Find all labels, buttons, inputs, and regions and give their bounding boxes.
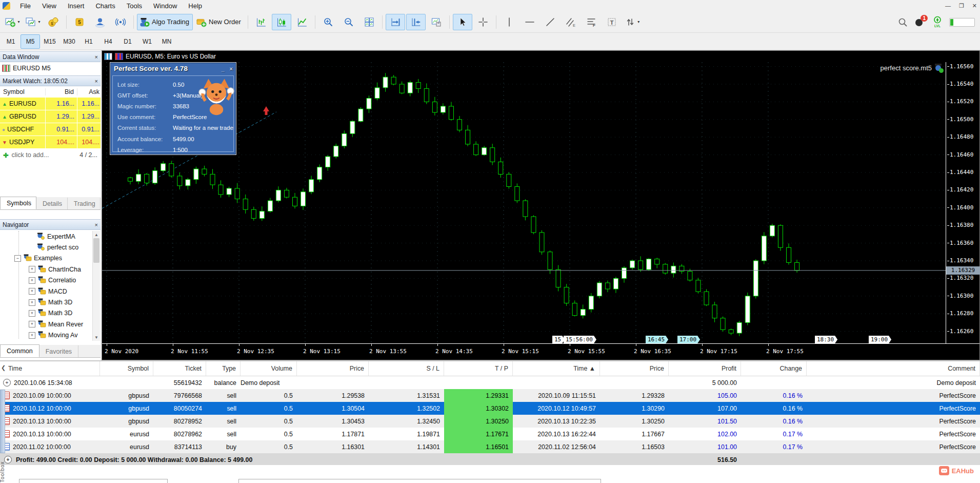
- expand-icon[interactable]: +: [29, 288, 35, 295]
- tile-windows-button[interactable]: [359, 14, 379, 30]
- menu-charts[interactable]: Charts: [90, 2, 121, 10]
- navigator-item-math-3d[interactable]: +Math 3D: [0, 308, 101, 319]
- panel-grip[interactable]: [0, 390, 5, 453]
- expand-icon[interactable]: +: [29, 266, 35, 273]
- new-order-button[interactable]: New Order: [194, 14, 245, 30]
- history-row-83714113[interactable]: 2020.11.02 10:00:00eurusd83714113buy0.51…: [0, 440, 980, 453]
- chevron-down-icon[interactable]: ▾: [637, 20, 639, 24]
- level-icon[interactable]: LVL: [932, 16, 943, 28]
- auto-scroll-button[interactable]: [386, 14, 405, 30]
- timeframe-m5[interactable]: M5: [21, 34, 40, 49]
- expand-icon[interactable]: +: [29, 310, 35, 317]
- history-row-80278952[interactable]: 2020.10.13 10:00:00gbpusd80278952sell0.5…: [0, 415, 980, 428]
- navigator-item-expertma[interactable]: ExpertMA: [0, 231, 101, 242]
- tab-details[interactable]: Details: [36, 198, 68, 209]
- data-window-symbol-row[interactable]: EURUSD M5: [0, 62, 101, 74]
- templates-button[interactable]: [427, 14, 446, 30]
- timeframe-mn[interactable]: MN: [157, 34, 176, 49]
- zoom-in-button[interactable]: [318, 14, 338, 30]
- scrollbar-thumb[interactable]: [93, 238, 99, 263]
- navigator-item-examples[interactable]: −Examples: [0, 253, 101, 264]
- column-header-tp[interactable]: T / P: [444, 361, 513, 376]
- close-icon[interactable]: ×: [95, 78, 98, 84]
- notifications-icon[interactable]: 1: [914, 16, 926, 28]
- toolbox-vertical-tab[interactable]: Toolbox: [0, 462, 7, 482]
- zoom-out-button[interactable]: [339, 14, 358, 30]
- market-watch-row-eurusd[interactable]: ▲EURUSD1.16...1.16...: [0, 98, 101, 110]
- vertical-line-button[interactable]: [499, 14, 519, 30]
- channel-button[interactable]: E: [561, 14, 581, 30]
- line-chart-button[interactable]: [292, 14, 312, 30]
- arrows-button[interactable]: ▾: [623, 14, 642, 30]
- market-watch-row-gbpusd[interactable]: ▲GBPUSD1.29...1.29...: [0, 110, 101, 123]
- timeframe-h4[interactable]: H4: [98, 34, 118, 49]
- time-axis[interactable]: 2 Nov 20202 Nov 11:552 Nov 12:352 Nov 13…: [102, 343, 979, 360]
- column-header-type[interactable]: Type: [206, 361, 241, 376]
- menu-insert[interactable]: Insert: [62, 2, 90, 10]
- navigator-item-math-3d[interactable]: +Math 3D: [0, 297, 101, 307]
- timeframe-h1[interactable]: H1: [79, 34, 98, 49]
- collapse-icon[interactable]: −: [14, 255, 21, 262]
- mql5-book-button[interactable]: 5: [70, 14, 89, 30]
- timeframe-m30[interactable]: M30: [59, 34, 79, 49]
- history-row-80050274[interactable]: 2020.10.12 10:00:00gbpusd80050274sell0.5…: [0, 402, 980, 415]
- market-watch-row-usdjpy[interactable]: ▼USDJPY104....104....: [0, 136, 101, 149]
- expand-icon[interactable]: +: [29, 277, 35, 284]
- menu-tools[interactable]: Tools: [121, 2, 148, 10]
- expand-icon[interactable]: +: [29, 321, 35, 327]
- scroll-down-icon[interactable]: ▼: [93, 334, 100, 341]
- market-watch-row-usdchf[interactable]: ●USDCHF0.91...0.91...: [0, 123, 101, 136]
- candle-chart-button[interactable]: [272, 14, 291, 30]
- search-icon[interactable]: [897, 16, 908, 28]
- bottom-tab-stub[interactable]: [19, 479, 168, 483]
- expand-icon[interactable]: +: [29, 332, 35, 339]
- column-header-time[interactable]: Time: [0, 361, 100, 376]
- market-watch-button[interactable]: $: [44, 14, 63, 30]
- timeframe-m15[interactable]: M15: [40, 34, 59, 49]
- chart-shift-button[interactable]: [406, 14, 426, 30]
- algo-trading-button[interactable]: Algo Trading: [137, 14, 193, 30]
- crosshair-button[interactable]: [473, 14, 493, 30]
- bottom-tab-stub[interactable]: [238, 479, 601, 483]
- history-row-79766568[interactable]: 2020.10.09 10:00:00gbpusd79766568sell0.5…: [0, 389, 980, 402]
- close-button[interactable]: ✕: [972, 3, 977, 9]
- menu-help[interactable]: Help: [183, 2, 208, 10]
- tab-trading[interactable]: Trading: [68, 198, 101, 209]
- fibonacci-button[interactable]: F: [582, 14, 601, 30]
- menu-view[interactable]: View: [36, 2, 62, 10]
- column-header-symbol[interactable]: Symbol: [100, 361, 153, 376]
- navigator-item-perfect-sco[interactable]: perfect sco: [0, 242, 101, 253]
- column-header-price-2[interactable]: Price: [600, 361, 669, 376]
- trendline-button[interactable]: [541, 14, 560, 30]
- chevron-down-icon[interactable]: ▾: [17, 20, 19, 24]
- column-header-change-2[interactable]: Change: [741, 361, 807, 376]
- navigator-item-correlatio[interactable]: +Correlatio: [0, 275, 101, 286]
- menu-window[interactable]: Window: [148, 2, 183, 10]
- menu-file[interactable]: File: [14, 2, 36, 10]
- column-header-time-2[interactable]: Time ▲: [513, 361, 600, 376]
- bar-chart-button[interactable]: [251, 14, 271, 30]
- broadcast-button[interactable]: [111, 14, 130, 30]
- column-header-price[interactable]: Price: [297, 361, 369, 376]
- navigator-item-moving-av[interactable]: +Moving Av: [0, 330, 101, 341]
- scroll-up-icon[interactable]: ▲: [93, 231, 100, 238]
- text-label-button[interactable]: T: [602, 14, 622, 30]
- balance-row[interactable]: +2020.10.06 15:34:0855619432balanceDemo …: [0, 376, 980, 389]
- navigator-item-macd[interactable]: +MACD: [0, 286, 101, 297]
- navigator-scrollbar[interactable]: ▲ ▼: [92, 231, 100, 341]
- close-icon[interactable]: ×: [95, 54, 98, 60]
- history-row-80278962[interactable]: 2020.10.13 10:00:00eurusd80278962sell0.5…: [0, 428, 980, 440]
- column-header-volume[interactable]: Volume: [241, 361, 297, 376]
- ea-panel-title[interactable]: Perfect Score ver. 4.78 _ ×: [110, 63, 236, 74]
- column-header-sl[interactable]: S / L: [369, 361, 444, 376]
- profiles-button[interactable]: ▾: [23, 14, 43, 30]
- cursor-button[interactable]: [453, 14, 472, 30]
- column-header-ticket[interactable]: Ticket: [153, 361, 206, 376]
- tab-favorites[interactable]: Favorites: [39, 345, 78, 357]
- tab-common[interactable]: Common: [0, 344, 39, 357]
- navigator-item-chartincha[interactable]: +ChartInCha: [0, 264, 101, 275]
- horizontal-line-button[interactable]: [520, 14, 539, 30]
- timeframe-d1[interactable]: D1: [118, 34, 137, 49]
- timeframe-m1[interactable]: M1: [1, 34, 21, 49]
- close-icon[interactable]: ×: [95, 222, 98, 228]
